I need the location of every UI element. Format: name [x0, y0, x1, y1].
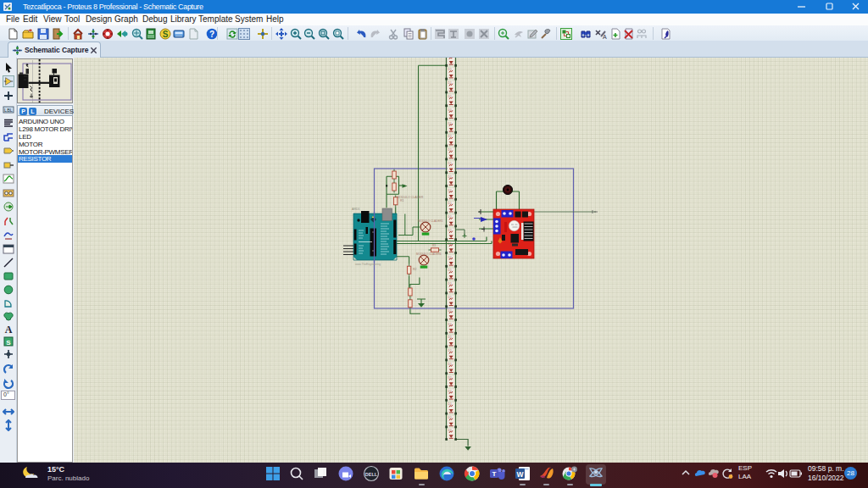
svg-text:MODULO CLADER6: MODULO CLADER6	[416, 252, 442, 256]
svg-text:S: S	[163, 30, 169, 39]
svg-text:S: S	[6, 339, 11, 347]
svg-text:?: ?	[209, 30, 214, 39]
svg-text:A: A	[5, 324, 13, 335]
svg-text:W: W	[516, 470, 524, 479]
svg-text:www.TheEngineering: www.TheEngineering	[355, 263, 381, 266]
svg-text:ARD1: ARD1	[352, 208, 360, 211]
svg-text:R2: R2	[413, 268, 417, 271]
svg-text:A: A	[603, 34, 607, 40]
svg-text:T: T	[492, 470, 497, 478]
svg-text:MODULO CLADER5: MODULO CLADER5	[418, 219, 443, 223]
svg-text:DELL: DELL	[365, 472, 378, 477]
svg-text:LBL: LBL	[4, 108, 13, 113]
svg-text:R3: R3	[432, 244, 436, 247]
svg-text:R1: R1	[400, 199, 404, 202]
